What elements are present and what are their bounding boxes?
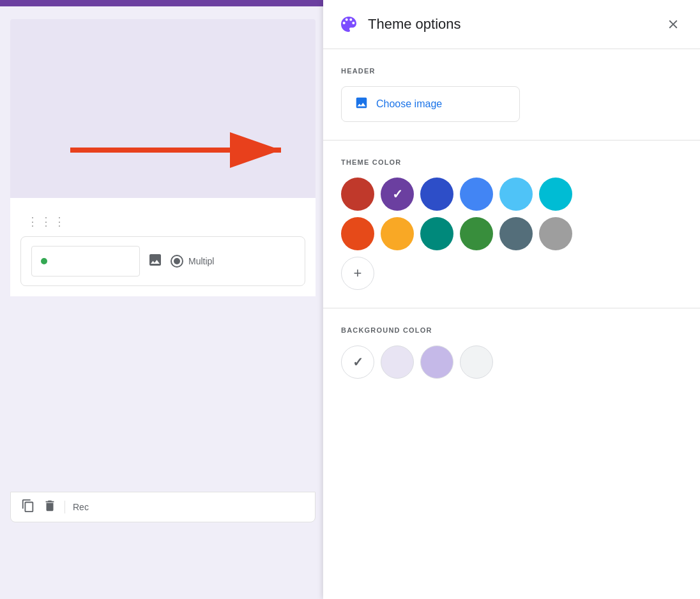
theme-color-swatch-9[interactable]: [460, 217, 493, 250]
top-bar: [0, 0, 326, 6]
question-card: Multipl: [20, 236, 305, 286]
theme-color-swatch-2[interactable]: [420, 178, 453, 211]
left-content-area: ⋮⋮⋮ Multipl: [0, 6, 326, 599]
bg-color-swatch-2[interactable]: [420, 345, 453, 379]
theme-color-section: THEME COLOR +: [323, 140, 700, 308]
theme-options-panel: Theme options HEADER Choose image TH: [323, 0, 700, 599]
left-panel: ⋮⋮⋮ Multipl: [0, 0, 326, 599]
radio-icon-inner: [174, 258, 180, 264]
theme-color-swatch-1[interactable]: [381, 178, 414, 211]
theme-color-swatch-0[interactable]: [341, 178, 374, 211]
image-placeholder-icon: [148, 252, 163, 270]
theme-color-swatch-10[interactable]: [499, 217, 533, 250]
delete-button[interactable]: [43, 499, 57, 515]
bg-color-grid: [341, 345, 682, 379]
bottom-toolbar: Rec: [10, 492, 316, 522]
theme-color-swatch-8[interactable]: [420, 217, 453, 250]
choose-image-button[interactable]: Choose image: [341, 86, 520, 122]
bg-color-swatch-0[interactable]: [341, 345, 374, 379]
add-custom-color-button[interactable]: +: [341, 257, 374, 290]
panel-body: HEADER Choose image THEME COLOR + BACKGR…: [323, 49, 700, 599]
multiple-choice-label: Multipl: [188, 256, 214, 266]
copy-button[interactable]: [21, 499, 35, 515]
drag-handle: ⋮⋮⋮: [20, 208, 305, 229]
radio-option: Multipl: [171, 255, 214, 268]
green-dot: [41, 258, 47, 264]
header-section-label: HEADER: [341, 67, 682, 75]
image-icon: [354, 96, 369, 112]
theme-color-swatch-7[interactable]: [381, 217, 414, 250]
radio-icon: [171, 255, 183, 268]
bg-color-swatch-1[interactable]: [381, 345, 414, 379]
theme-color-swatch-6[interactable]: [341, 217, 374, 250]
header-section: HEADER Choose image: [323, 49, 700, 140]
theme-color-swatch-5[interactable]: [539, 178, 572, 211]
toolbar-divider: [65, 501, 65, 513]
background-color-section: BACKGROUND COLOR: [323, 308, 700, 397]
theme-color-swatch-3[interactable]: [460, 178, 493, 211]
respond-label: Rec: [73, 502, 89, 512]
theme-color-swatch-11[interactable]: [539, 217, 572, 250]
choose-image-label: Choose image: [376, 98, 442, 110]
arrow-indicator: [64, 125, 294, 176]
theme-color-grid: +: [341, 178, 584, 290]
question-card-left: [31, 246, 140, 277]
panel-header: Theme options: [323, 0, 700, 49]
form-body-area: ⋮⋮⋮ Multipl: [10, 198, 316, 296]
theme-color-label: THEME COLOR: [341, 158, 682, 166]
palette-icon: [339, 14, 359, 34]
background-color-label: BACKGROUND COLOR: [341, 326, 682, 334]
bg-color-swatch-3[interactable]: [460, 345, 493, 379]
panel-title: Theme options: [368, 16, 653, 33]
theme-color-swatch-4[interactable]: [499, 178, 533, 211]
close-button[interactable]: [662, 13, 685, 36]
